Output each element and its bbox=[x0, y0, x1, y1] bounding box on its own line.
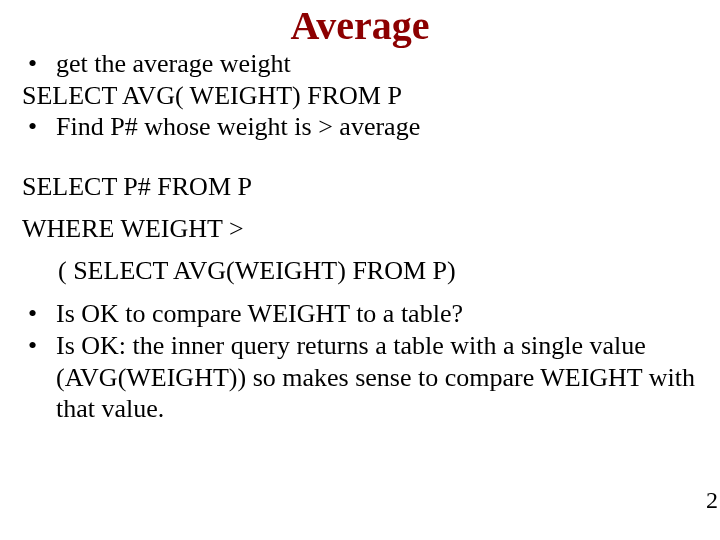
bullet-item: • Is OK: the inner query returns a table… bbox=[22, 330, 698, 425]
spacer bbox=[22, 203, 698, 213]
bullet-dot: • bbox=[22, 330, 56, 425]
code-line: WHERE WEIGHT > bbox=[22, 213, 698, 245]
bullet-dot: • bbox=[22, 48, 56, 80]
bullet-item: • get the average weight bbox=[22, 48, 698, 80]
slide: Average • get the average weight SELECT … bbox=[0, 0, 720, 540]
bullet-text: Is OK to compare WEIGHT to a table? bbox=[56, 298, 698, 330]
bullet-text: Find P# whose weight is > average bbox=[56, 111, 698, 143]
slide-title: Average bbox=[0, 0, 720, 48]
bullet-text: get the average weight bbox=[56, 48, 698, 80]
spacer bbox=[22, 286, 698, 298]
bullet-dot: • bbox=[22, 298, 56, 330]
spacer bbox=[22, 143, 698, 171]
bullet-item: • Is OK to compare WEIGHT to a table? bbox=[22, 298, 698, 330]
code-line: SELECT P# FROM P bbox=[22, 171, 698, 203]
slide-body: • get the average weight SELECT AVG( WEI… bbox=[0, 48, 720, 425]
spacer bbox=[22, 245, 698, 255]
bullet-dot: • bbox=[22, 111, 56, 143]
code-line: SELECT AVG( WEIGHT) FROM P bbox=[22, 80, 698, 112]
bullet-item: • Find P# whose weight is > average bbox=[22, 111, 698, 143]
code-line-indent: ( SELECT AVG(WEIGHT) FROM P) bbox=[22, 255, 698, 287]
bullet-text: Is OK: the inner query returns a table w… bbox=[56, 330, 698, 425]
page-number: 2 bbox=[706, 487, 718, 514]
